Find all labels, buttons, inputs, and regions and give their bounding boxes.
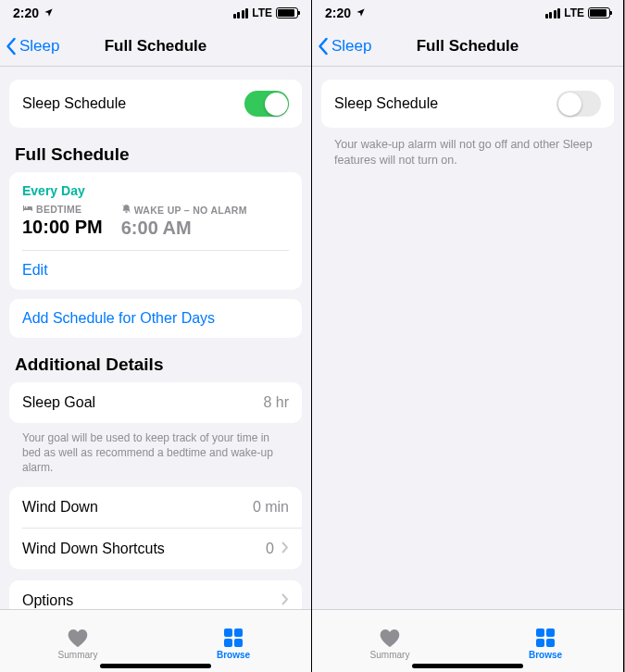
add-schedule-button[interactable]: Add Schedule for Other Days: [9, 299, 302, 338]
sleep-goal-row[interactable]: Sleep Goal 8 hr: [9, 382, 302, 423]
sleep-goal-value: 8 hr: [263, 394, 289, 411]
schedule-card[interactable]: Every Day BEDTIME 10:00 PM WAKE UP – NO …: [9, 172, 302, 290]
status-time: 2:20: [325, 6, 351, 20]
tab-browse[interactable]: Browse: [156, 610, 311, 672]
network-label: LTE: [564, 6, 584, 19]
options-row[interactable]: Options: [9, 580, 302, 609]
tab-summary[interactable]: Summary: [312, 610, 468, 672]
page-title: Full Schedule: [105, 37, 207, 56]
wind-down-shortcuts-row[interactable]: Wind Down Shortcuts 0: [9, 529, 302, 569]
grid-icon: [535, 628, 556, 648]
heart-icon: [379, 628, 401, 648]
chevron-left-icon: [318, 37, 330, 56]
chevron-right-icon: [281, 541, 289, 557]
back-button[interactable]: Sleep: [6, 37, 59, 56]
home-indicator[interactable]: [100, 664, 211, 668]
back-button[interactable]: Sleep: [318, 37, 371, 56]
sleep-schedule-toggle[interactable]: [244, 91, 289, 117]
svg-rect-4: [234, 639, 243, 647]
additional-details-heading: Additional Details: [9, 338, 302, 375]
tab-summary[interactable]: Summary: [0, 610, 156, 672]
sleep-schedule-toggle[interactable]: [556, 91, 601, 117]
status-bar: 2:20 LTE: [0, 0, 311, 26]
sleep-schedule-label: Sleep Schedule: [334, 95, 438, 112]
svg-rect-6: [546, 628, 555, 637]
sleep-schedule-card: Sleep Schedule: [321, 80, 614, 128]
cellular-icon: [233, 8, 249, 19]
full-schedule-heading: Full Schedule: [9, 128, 302, 165]
wind-down-card: Wind Down 0 min Wind Down Shortcuts 0: [9, 487, 302, 569]
tab-summary-label: Summary: [370, 650, 410, 660]
sleep-goal-card: Sleep Goal 8 hr: [9, 382, 302, 423]
back-label: Sleep: [19, 37, 59, 56]
phone-right: 2:20 LTE Sleep Full Schedule Sleep Sched…: [312, 0, 624, 672]
cellular-icon: [545, 8, 561, 19]
home-indicator[interactable]: [412, 664, 523, 668]
wind-down-value: 0 min: [253, 499, 289, 516]
svg-rect-2: [234, 628, 243, 637]
tab-browse-label: Browse: [217, 650, 250, 660]
disabled-note: Your wake-up alarm will not go off and o…: [321, 128, 614, 168]
tab-summary-label: Summary: [58, 650, 98, 660]
svg-rect-1: [224, 628, 232, 637]
phone-left: 2:20 LTE Sleep Full Schedule Sleep Sched…: [0, 0, 312, 672]
tab-bar: Summary Browse: [312, 609, 623, 672]
wakeup-value: 6:00 AM: [121, 218, 247, 239]
chevron-left-icon: [6, 37, 18, 56]
bedtime-label: BEDTIME: [36, 204, 81, 215]
back-label: Sleep: [331, 37, 371, 56]
battery-icon: [276, 7, 298, 19]
schedule-days: Every Day: [22, 183, 289, 198]
edit-schedule-button[interactable]: Edit: [22, 250, 289, 290]
tab-bar: Summary Browse: [0, 609, 311, 672]
nav-header: Sleep Full Schedule: [0, 26, 311, 67]
sleep-schedule-card: Sleep Schedule: [9, 80, 302, 128]
options-card: Options: [9, 580, 302, 609]
location-icon: [356, 6, 366, 20]
svg-rect-8: [546, 639, 555, 647]
network-label: LTE: [252, 6, 272, 19]
nav-header: Sleep Full Schedule: [312, 26, 623, 67]
svg-point-0: [25, 206, 27, 208]
sleep-goal-label: Sleep Goal: [22, 394, 95, 411]
bed-icon: [22, 204, 33, 215]
options-label: Options: [22, 592, 73, 609]
sleep-schedule-label: Sleep Schedule: [22, 95, 126, 112]
svg-rect-5: [536, 628, 544, 637]
location-icon: [44, 6, 54, 20]
battery-icon: [588, 7, 610, 19]
wind-down-row[interactable]: Wind Down 0 min: [9, 487, 302, 528]
svg-rect-3: [224, 639, 232, 647]
page-title: Full Schedule: [417, 37, 519, 56]
chevron-right-icon: [281, 592, 289, 609]
heart-icon: [67, 628, 89, 648]
tab-browse-label: Browse: [529, 650, 562, 660]
svg-rect-7: [536, 639, 544, 647]
status-time: 2:20: [13, 6, 39, 20]
wind-down-shortcuts-label: Wind Down Shortcuts: [22, 541, 165, 557]
bedtime-value: 10:00 PM: [22, 217, 103, 238]
status-bar: 2:20 LTE: [312, 0, 623, 26]
sleep-goal-note: Your goal will be used to keep track of …: [9, 423, 302, 476]
wakeup-label: WAKE UP – NO ALARM: [134, 205, 247, 216]
alarm-off-icon: [121, 204, 131, 216]
wind-down-label: Wind Down: [22, 499, 98, 516]
tab-browse[interactable]: Browse: [468, 610, 623, 672]
grid-icon: [223, 628, 244, 648]
wind-down-shortcuts-value: 0: [266, 541, 274, 557]
